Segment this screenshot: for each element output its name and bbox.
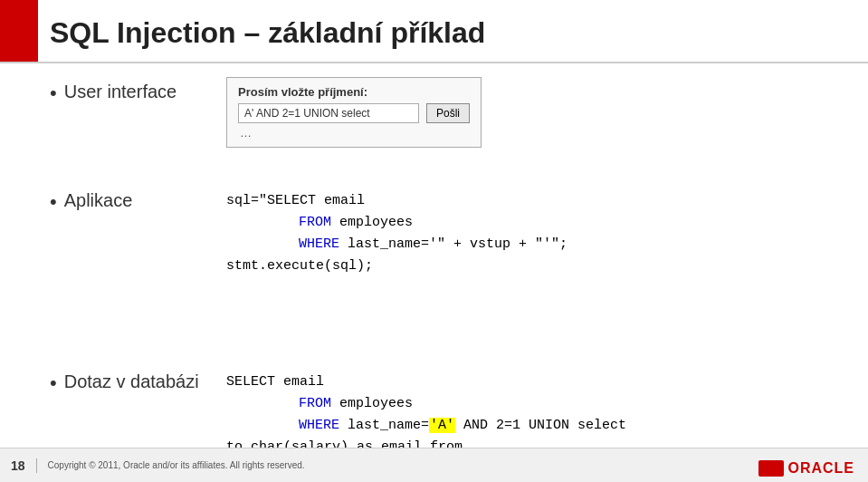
bullet-dot-2: •	[50, 190, 57, 214]
oracle-logo: ORACLE	[758, 460, 854, 477]
red-accent-square	[0, 0, 38, 62]
code-line-4: stmt.execute(sql);	[226, 255, 568, 277]
bullet-dotaz: • Dotaz v databázi	[50, 371, 199, 395]
bullet-aplikace: • Aplikace	[50, 190, 132, 214]
aplikace-label: Aplikace	[64, 190, 133, 211]
page-title: SQL Injection – základní příklad	[50, 16, 485, 50]
code-aplikace: sql="SELECT email FROM employees WHERE l…	[226, 190, 568, 277]
ui-mock-label: Prosím vložte příjmení:	[238, 85, 470, 99]
ui-mock-input[interactable]	[238, 103, 419, 123]
code-line-1: sql="SELECT email	[226, 190, 568, 212]
ui-mock-row: Pošli	[238, 103, 470, 123]
user-interface-label: User interface	[64, 82, 177, 102]
footer-page-number: 18	[11, 458, 37, 473]
bullet-dot-1: •	[50, 82, 57, 105]
oracle-red-box	[758, 460, 784, 477]
ui-mock-button[interactable]: Pošli	[426, 103, 470, 123]
title-divider	[0, 62, 868, 63]
code-line-3: WHERE last_name='" + vstup + "'";	[226, 234, 568, 255]
footer: 18 Copyright © 2011, Oracle and/or its a…	[0, 448, 868, 482]
ui-mock-ellipsis: …	[240, 126, 470, 140]
content-area: • User interface Prosím vložte příjmení:…	[0, 72, 868, 446]
bullet-user-interface: • User interface	[50, 82, 176, 105]
code-dotaz: SELECT email FROM employees WHERE last_n…	[226, 371, 626, 458]
oracle-text: ORACLE	[787, 460, 854, 477]
dotaz-line-3: WHERE last_name='A' AND 2=1 UNION select	[226, 415, 626, 437]
ui-mock-box: Prosím vložte příjmení: Pošli …	[226, 77, 482, 148]
bullet-dot-3: •	[50, 371, 57, 395]
code-line-2: FROM employees	[226, 212, 568, 234]
dotaz-line-2: FROM employees	[226, 393, 626, 415]
dotaz-label: Dotaz v databázi	[64, 371, 199, 392]
dotaz-line-1: SELECT email	[226, 371, 626, 393]
footer-copyright: Copyright © 2011, Oracle and/or its affi…	[48, 460, 857, 470]
